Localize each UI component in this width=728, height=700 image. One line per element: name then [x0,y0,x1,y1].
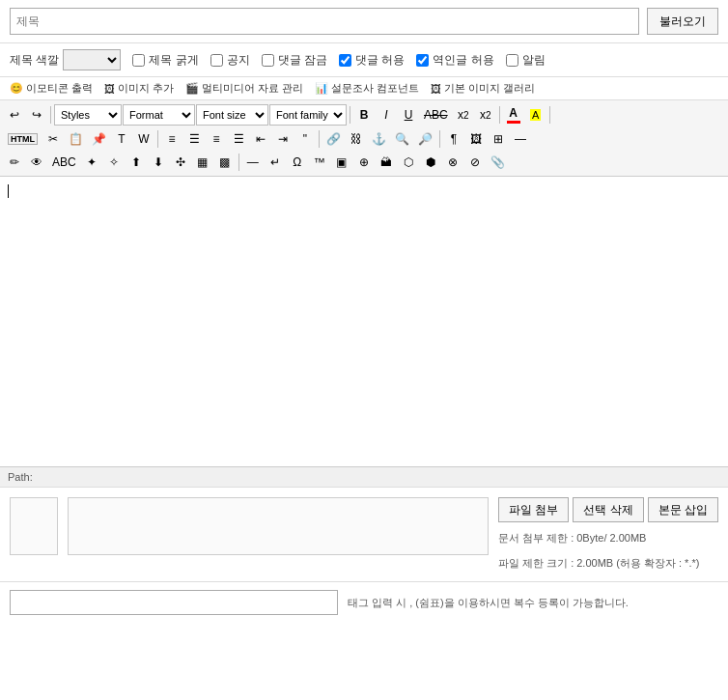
font-color-bar [507,121,520,124]
unlink-button[interactable]: ⛓ [346,128,367,150]
reply-allow-option: 역인글 허용 [416,52,493,69]
delete-selected-button[interactable]: 선택 삭제 [573,497,643,522]
comment-lock-checkbox[interactable] [262,54,274,67]
italic-button[interactable]: I [376,104,397,126]
insert-image-button[interactable]: 🖼 [465,128,487,150]
indent-button[interactable]: ⇥ [272,128,294,150]
bold-checkbox[interactable] [132,54,145,67]
paragraph-button[interactable]: ¶ [443,128,464,150]
editor-content[interactable] [0,177,728,466]
resize3[interactable]: ⊗ [442,152,463,173]
insert-body-button[interactable]: 본문 삽입 [648,497,718,522]
preview-button[interactable]: 👁 [26,152,47,173]
fontsize-select[interactable]: Font size 81012 141618 2436 [196,104,268,126]
attach-section: 파일 첨부 선택 삭제 본문 삽입 문서 첨부 제한 : 0Byte/ 2.00… [0,488,728,582]
comment-allow-checkbox[interactable] [339,54,351,67]
edit-button[interactable]: ✏ [4,152,25,173]
gallery-btn[interactable]: 🖼 기본 이미지 갤러리 [431,81,535,96]
find-replace-button[interactable]: 🔍 [391,128,413,150]
html-badge: HTML [8,133,38,145]
strikethrough-button[interactable]: ABC [420,104,452,126]
attach-file-box [68,497,489,555]
bold-option: 제목 굵게 [132,52,198,69]
align-right-button[interactable]: ≡ [206,128,227,150]
char-map[interactable]: Ω [287,152,308,173]
cut-button[interactable]: ✂ [42,128,64,150]
tag-info: 태그 입력 시 , (쉼표)을 이용하시면 복수 등록이 가능합니다. [348,596,629,610]
anchor-button[interactable]: ⚓ [368,128,390,150]
paste-word-button[interactable]: W [133,128,154,150]
redo-button[interactable]: ↪ [26,104,47,126]
format-btn3[interactable]: ✧ [103,152,125,173]
resize4[interactable]: ⊘ [464,152,486,173]
options-row: 제목 색깔 제목 굵게 공지 댓글 잠금 댓글 허용 역인글 허용 알림 [0,43,728,77]
sep-2 [350,106,350,124]
tag-input[interactable] [10,590,338,615]
blockquote-button[interactable]: " [294,128,316,150]
format-select[interactable]: Format Paragraph Heading 1 Heading 2 [123,104,195,126]
multimedia-btn[interactable]: 🎬 멀티미디어 자료 관리 [185,81,303,96]
html-button[interactable]: HTML [4,128,42,150]
hr-button[interactable]: — [510,128,531,150]
notice-label: 공지 [227,52,250,69]
load-button[interactable]: 불러오기 [647,8,718,35]
pagebreak[interactable]: ↵ [265,152,286,173]
bold-button[interactable]: B [353,104,375,126]
image-label: 이미지 추가 [118,81,174,96]
attach-limit-info: 문서 첨부 제한 : 0Byte/ 2.00MB [498,530,718,547]
resize5[interactable]: 📎 [487,152,509,173]
survey-label: 설문조사 컴포넌트 [331,81,419,96]
abbr[interactable]: ™ [309,152,330,173]
title-input[interactable] [10,8,639,35]
hr-insert[interactable]: — [242,152,264,173]
reply-allow-label: 역인글 허용 [433,52,493,69]
media-insert2[interactable]: ▩ [214,152,236,173]
file-attach-button[interactable]: 파일 첨부 [498,497,569,522]
resize1[interactable]: ⬡ [398,152,419,173]
survey-btn[interactable]: 📊 설문조사 컴포넌트 [315,81,419,96]
reply-allow-checkbox[interactable] [416,54,429,67]
table-button[interactable]: ⊞ [488,128,509,150]
media5[interactable]: 🏔 [376,152,397,173]
align-justify-button[interactable]: ☰ [228,128,249,150]
font-color-button[interactable]: A [503,103,524,126]
subscript-button[interactable]: x2 [453,104,474,126]
image-icon: 🖼 [104,83,115,95]
align-left-button[interactable]: ≡ [161,128,182,150]
attach-size-info: 파일 제한 크기 : 2.00MB (허용 확장자 : *.*) [498,555,718,573]
subscript-btn2[interactable]: ⬇ [148,152,169,173]
link-button[interactable]: 🔗 [322,128,345,150]
paste-button[interactable]: 📌 [88,128,110,150]
paste-text-button[interactable]: T [111,128,132,150]
superscript-btn2[interactable]: ⬆ [126,152,147,173]
styles-select[interactable]: Styles [54,104,122,126]
toolbar-row-1: ↩ ↪ Styles Format Paragraph Heading 1 He… [4,103,724,126]
alarm-checkbox[interactable] [506,54,518,67]
toolbar-row-2: HTML ✂ 📋 📌 T W ≡ ☰ ≡ ☰ ⇤ ⇥ " 🔗 ⛓ ⚓ 🔍 [4,128,724,150]
resize2[interactable]: ⬢ [420,152,441,173]
comment-allow-option: 댓글 허용 [339,52,405,69]
spell-button[interactable]: ABC [48,152,80,173]
highlight-color-button[interactable]: A [525,104,546,126]
superscript-button[interactable]: x2 [475,104,496,126]
sep-8 [238,154,239,171]
sep-6 [319,130,320,148]
media4[interactable]: ⊕ [353,152,375,173]
find-button[interactable]: 🔎 [414,128,436,150]
fontfamily-select[interactable]: Font family Arial Times New Roman Courie… [269,104,347,126]
media3[interactable]: ▣ [331,152,352,173]
attach-preview-box [10,497,58,555]
notice-checkbox[interactable] [210,54,223,67]
align-center-button[interactable]: ☰ [183,128,205,150]
alarm-option: 알림 [506,52,546,69]
underline-button[interactable]: U [398,104,419,126]
special1[interactable]: ✣ [170,152,191,173]
format-btn2[interactable]: ✦ [81,152,102,173]
color-dropdown[interactable] [63,49,121,70]
media-insert[interactable]: ▦ [192,152,213,173]
image-btn[interactable]: 🖼 이미지 추가 [104,81,174,96]
undo-button[interactable]: ↩ [4,104,25,126]
emoticon-btn[interactable]: 😊 이모티콘 출력 [10,81,93,96]
outdent-button[interactable]: ⇤ [250,128,271,150]
copy-button[interactable]: 📋 [65,128,87,150]
